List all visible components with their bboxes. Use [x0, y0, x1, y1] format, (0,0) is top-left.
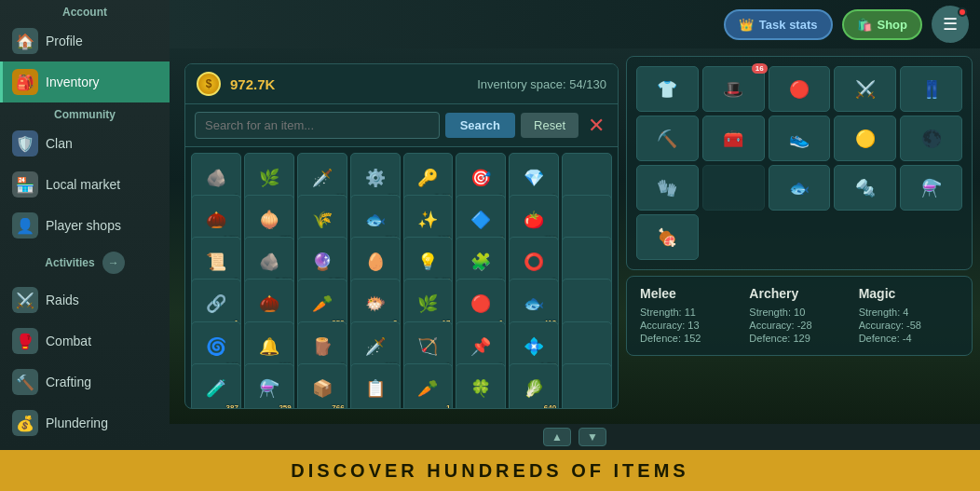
equipment-slot-amulet[interactable]: 🌑 — [900, 116, 962, 161]
raids-icon: ⚔️ — [12, 287, 38, 313]
search-bar: Search Reset ✕ — [185, 104, 618, 147]
equipment-slot-legs[interactable]: 👖 — [900, 66, 962, 112]
item-icon: 🏹 — [417, 336, 438, 357]
content-area: 👑 Task stats 🛍️ Shop ☰ $ 972.7K — [170, 0, 980, 450]
archery-defence: Defence: 129 — [749, 333, 849, 344]
equipment-slot-potion[interactable]: ⚗️ — [900, 165, 962, 211]
item-icon: 🍀 — [470, 378, 491, 399]
item-icon: 🐟 — [524, 293, 544, 314]
equipment-slot-ring[interactable]: 🟡 — [834, 116, 896, 161]
equipment-slot-gloves[interactable]: 🧤 — [636, 165, 699, 211]
item-count: 387 — [226, 403, 238, 408]
inventory-cell-47[interactable] — [562, 363, 612, 408]
inventory-cell-40[interactable]: 🧪387 — [191, 363, 241, 408]
melee-title: Melee — [640, 286, 740, 301]
sidebar-item-combat[interactable]: 🥊 Combat — [0, 321, 170, 361]
equipment-slot-item2[interactable]: 🔩 — [834, 165, 896, 211]
melee-accuracy: Accuracy: 13 — [640, 320, 740, 331]
sidebar-item-local-market[interactable]: 🏪 Local market — [0, 164, 170, 205]
coin-icon: $ — [197, 72, 221, 96]
scroll-down-arrow[interactable]: ▼ — [578, 428, 606, 446]
inventory-cell-44[interactable]: 🥕1 — [403, 363, 454, 408]
equipment-icon: 👕 — [657, 79, 677, 100]
equipment-slot-boots[interactable]: 👟 — [769, 116, 831, 161]
item-icon: 🥕 — [312, 293, 333, 314]
sidebar-item-player-shops[interactable]: 👤 Player shops — [0, 205, 170, 246]
item-icon: 💎 — [524, 168, 544, 188]
close-inventory-button[interactable]: ✕ — [584, 116, 608, 136]
equipment-icon: 🐟 — [789, 178, 810, 198]
inventory-icon: 🎒 — [12, 69, 38, 95]
item-icon: 🔔 — [259, 336, 279, 357]
item-icon: 🌰 — [206, 210, 226, 230]
right-panel: 👕🎩16🔴⚔️👖⛏️🧰👟🟡🌑🧤🐟🔩⚗️🍖 Melee Strength: 11 … — [626, 48, 980, 424]
reset-button[interactable]: Reset — [521, 113, 578, 138]
equipment-icon: ⛏️ — [657, 129, 677, 149]
equipment-icon: ⚗️ — [921, 178, 942, 198]
equipment-icon: 🍖 — [657, 227, 677, 248]
community-section-label: Community — [0, 102, 170, 123]
equipment-slot-item1[interactable]: 🔴 — [769, 66, 831, 112]
activities-arrow[interactable]: → — [102, 252, 125, 274]
equipment-slot-weapon1[interactable]: ⚔️ — [834, 66, 896, 112]
sidebar-item-plundering[interactable]: 💰 Plundering — [0, 402, 170, 443]
item-icon: 💡 — [417, 252, 438, 272]
melee-stats: Melee Strength: 11 Accuracy: 13 Defence:… — [640, 286, 740, 346]
item-icon: 🔮 — [312, 252, 333, 272]
item-icon: 🗡️ — [312, 168, 333, 188]
local-market-icon: 🏪 — [12, 171, 38, 198]
item-icon: ⚗️ — [259, 378, 279, 399]
stats-area: Melee Strength: 11 Accuracy: 13 Defence:… — [626, 276, 973, 356]
item-icon: 🔷 — [470, 210, 491, 230]
combat-icon: 🥊 — [12, 328, 38, 354]
equipment-slot-tool[interactable]: ⛏️ — [636, 116, 699, 161]
magic-strength: Strength: 4 — [859, 307, 959, 318]
item-icon: 🪵 — [312, 336, 333, 357]
player-shops-icon: 👤 — [12, 212, 38, 239]
inventory-cell-42[interactable]: 📦766 — [297, 363, 347, 408]
sidebar-item-inventory[interactable]: 🎒 Inventory — [0, 61, 170, 102]
inventory-cell-45[interactable]: 🍀 — [456, 363, 506, 408]
sidebar-item-crafting[interactable]: 🔨 Crafting — [0, 361, 170, 402]
archery-title: Archery — [749, 286, 849, 301]
item-icon: 📌 — [470, 336, 491, 357]
sidebar-item-clan[interactable]: 🛡️ Clan — [0, 123, 170, 164]
item-icon: 🧪 — [206, 378, 226, 399]
item-count: 766 — [332, 403, 344, 408]
equipment-badge: 16 — [752, 63, 768, 74]
equipment-slot-head[interactable]: 🎩16 — [702, 66, 765, 112]
equipment-slot-fish[interactable]: 🐟 — [769, 165, 831, 211]
inventory-cell-41[interactable]: ⚗️259 — [244, 363, 294, 408]
sidebar-item-raids[interactable]: ⚔️ Raids — [0, 280, 170, 321]
inventory-cell-43[interactable]: 📋 — [350, 363, 401, 408]
activities-header: Activities → — [0, 246, 170, 280]
inventory-cell-46[interactable]: 🥬640 — [509, 363, 559, 408]
shop-button[interactable]: 🛍️ Shop — [842, 9, 923, 40]
magic-accuracy: Accuracy: -58 — [859, 320, 959, 331]
notification-dot — [958, 7, 967, 17]
equipment-slot-food[interactable]: 🍖 — [636, 214, 699, 260]
sidebar-item-woodcutting[interactable]: 🪓 Woodcutting — [0, 443, 170, 450]
equipment-slot-bag[interactable]: 🧰 — [702, 116, 765, 161]
archery-strength: Strength: 10 — [749, 307, 849, 318]
equipment-slot-chest[interactable]: 👕 — [636, 66, 699, 112]
item-icon: 💠 — [524, 336, 544, 357]
item-count: 259 — [279, 403, 291, 408]
item-icon: 🪨 — [206, 168, 226, 188]
plundering-icon: 💰 — [12, 410, 38, 436]
sidebar-item-profile[interactable]: 🏠 Profile — [0, 20, 170, 61]
inventory-grid: 🪨1🌿🗡️15⚙️1K🔑2.4K🎯1💎1🌰4.6K🧅479🌾🐟614✨192🔷4… — [185, 147, 618, 408]
scroll-up-arrow[interactable]: ▲ — [543, 428, 571, 446]
equipment-slot-empty1[interactable] — [702, 165, 765, 211]
archery-accuracy: Accuracy: -28 — [749, 320, 849, 331]
search-button[interactable]: Search — [445, 113, 515, 138]
equipment-icon: 🧤 — [657, 178, 677, 198]
nav-arrows: ▲ ▼ — [170, 424, 980, 450]
menu-button[interactable]: ☰ — [932, 6, 969, 43]
item-icon: 🥬 — [524, 378, 544, 399]
search-input[interactable] — [195, 112, 440, 139]
task-stats-button[interactable]: 👑 Task stats — [724, 9, 833, 40]
inventory-panel-container: $ 972.7K Inventory space: 54/130 Search … — [170, 48, 626, 424]
equipment-area: 👕🎩16🔴⚔️👖⛏️🧰👟🟡🌑🧤🐟🔩⚗️🍖 — [626, 56, 973, 270]
melee-strength: Strength: 11 — [640, 307, 740, 318]
